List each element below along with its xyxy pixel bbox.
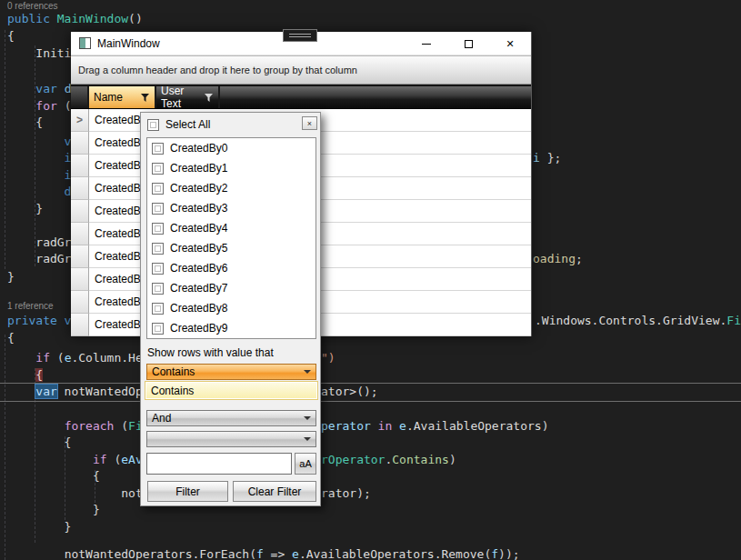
code-line: { — [7, 115, 43, 131]
column-header-name[interactable]: Name — [89, 86, 156, 108]
filter-button[interactable]: Filter — [147, 481, 228, 502]
group-by-hint: Drag a column header and drop it here to… — [71, 65, 357, 75]
distinct-value-label: CreatedBy1 — [170, 162, 227, 175]
row-indicator-cell[interactable]: > — [71, 109, 89, 132]
select-all-checkbox[interactable] — [147, 119, 159, 131]
distinct-value-item[interactable]: CreatedBy9 — [147, 318, 315, 338]
filter-value-input[interactable] — [146, 453, 292, 475]
distinct-value-label: CreatedBy0 — [170, 142, 227, 155]
code-line: { — [7, 435, 71, 451]
code-line: not — [7, 485, 143, 502]
show-rows-label: Show rows with value that — [147, 346, 274, 359]
code-line: d — [7, 184, 71, 200]
checkbox[interactable] — [152, 263, 164, 275]
minimize-icon — [422, 44, 431, 45]
code-line: radGr — [7, 235, 71, 251]
filter-funnel-icon[interactable] — [204, 93, 214, 103]
code-line: for ( — [7, 98, 71, 115]
code-line: { — [7, 330, 15, 346]
distinct-value-label: CreatedBy3 — [170, 202, 227, 215]
distinct-value-item[interactable]: CreatedBy5 — [147, 238, 315, 258]
maximize-button[interactable] — [447, 32, 489, 55]
distinct-value-label: CreatedBy9 — [170, 322, 227, 335]
checkbox[interactable] — [152, 323, 164, 335]
filter-funnel-icon[interactable] — [140, 93, 150, 103]
code-line: public MainWindow() — [7, 11, 143, 27]
code-line: .Windows.Controls.GridView.Fi — [535, 313, 741, 329]
code-line: i }; — [533, 150, 561, 166]
code-line: ") — [321, 350, 335, 366]
distinct-value-item[interactable]: CreatedBy1 — [147, 158, 315, 178]
code-line: private v — [7, 313, 71, 329]
row-indicator-cell[interactable] — [71, 177, 89, 200]
row-indicator-cell[interactable] — [71, 314, 89, 336]
code-line: if (eAv — [7, 452, 143, 468]
row-indicator-cell[interactable] — [71, 132, 89, 155]
row-indicator-cell[interactable] — [71, 268, 89, 291]
operator-dropdown-highlighted-item[interactable]: Contains — [145, 381, 318, 400]
filter-popup: Select All × CreatedBy0CreatedBy1Created… — [140, 112, 321, 506]
window-caption-buttons: ✕ — [406, 32, 531, 55]
window-icon — [79, 37, 91, 49]
row-indicator-cell[interactable] — [71, 155, 89, 177]
close-icon: ✕ — [506, 39, 514, 49]
code-line: rOperator.Contains) — [321, 452, 456, 468]
logical-operator-combobox[interactable]: And — [146, 410, 316, 426]
checkbox[interactable] — [152, 203, 164, 215]
chevron-down-icon — [304, 437, 311, 441]
checkbox[interactable] — [152, 223, 164, 235]
distinct-value-item[interactable]: CreatedBy3 — [147, 198, 315, 218]
code-line: } — [7, 502, 100, 518]
code-line: i — [7, 167, 71, 184]
maximize-icon — [465, 40, 473, 48]
chevron-down-icon — [304, 416, 311, 420]
checkbox[interactable] — [152, 283, 164, 295]
code-line: radGr — [7, 251, 71, 267]
case-sensitivity-button[interactable]: aA — [295, 453, 316, 475]
grid-corner-cell — [71, 86, 89, 108]
distinct-value-item[interactable]: CreatedBy2 — [147, 178, 315, 198]
checkbox[interactable] — [152, 243, 164, 255]
code-line: } — [7, 519, 71, 535]
filter-operator1-combobox[interactable]: Contains — [146, 364, 316, 380]
row-indicator-cell[interactable] — [71, 223, 89, 245]
row-indicator-cell[interactable] — [71, 291, 89, 314]
distinct-value-item[interactable]: CreatedBy7 — [147, 278, 315, 298]
distinct-value-item[interactable]: CreatedBy6 — [147, 258, 315, 278]
distinct-value-item[interactable]: CreatedBy8 — [147, 298, 315, 318]
code-line: } — [7, 201, 43, 217]
minimize-button[interactable] — [406, 32, 447, 55]
code-line: var d — [7, 81, 71, 97]
clear-filter-button[interactable]: Clear Filter — [233, 481, 316, 502]
code-line: notWantedOperators.ForEach(f => e.Availa… — [7, 546, 520, 560]
filter-operator2-combobox[interactable] — [146, 431, 316, 447]
row-indicator-cell[interactable] — [71, 245, 89, 268]
select-all-label: Select All — [165, 118, 210, 131]
checkbox[interactable] — [152, 183, 164, 195]
code-line: 1 reference — [7, 300, 54, 312]
select-all-row[interactable]: Select All — [147, 118, 210, 131]
code-line: i — [7, 150, 71, 166]
close-button[interactable]: ✕ — [489, 32, 531, 55]
column-header-usertext[interactable]: User Text — [156, 86, 220, 108]
checkbox[interactable] — [152, 143, 164, 155]
code-line: oading; — [533, 251, 583, 267]
distinct-value-item[interactable]: CreatedBy4 — [147, 218, 315, 238]
logical-operator-value: And — [152, 412, 171, 425]
distinct-values-listbox[interactable]: CreatedBy0CreatedBy1CreatedBy2CreatedBy3… — [146, 137, 316, 339]
chevron-down-icon — [304, 370, 311, 374]
checkbox[interactable] — [152, 303, 164, 315]
window-title: MainWindow — [97, 37, 160, 50]
distinct-value-item[interactable]: CreatedBy0 — [147, 138, 315, 158]
distinct-value-label: CreatedBy4 — [170, 222, 227, 235]
group-by-panel[interactable]: Drag a column header and drop it here to… — [71, 55, 531, 85]
code-line: ator>(); — [321, 384, 378, 400]
code-line: rator); — [321, 485, 371, 502]
popup-close-button[interactable]: × — [302, 116, 317, 130]
distinct-value-label: CreatedBy2 — [170, 182, 227, 195]
row-indicator-cell[interactable] — [71, 200, 89, 223]
grid-header-row: Name User Text — [71, 86, 531, 109]
distinct-value-label: CreatedBy5 — [170, 242, 227, 255]
vs-runtime-tools-handle[interactable] — [283, 29, 317, 42]
checkbox[interactable] — [152, 163, 164, 175]
